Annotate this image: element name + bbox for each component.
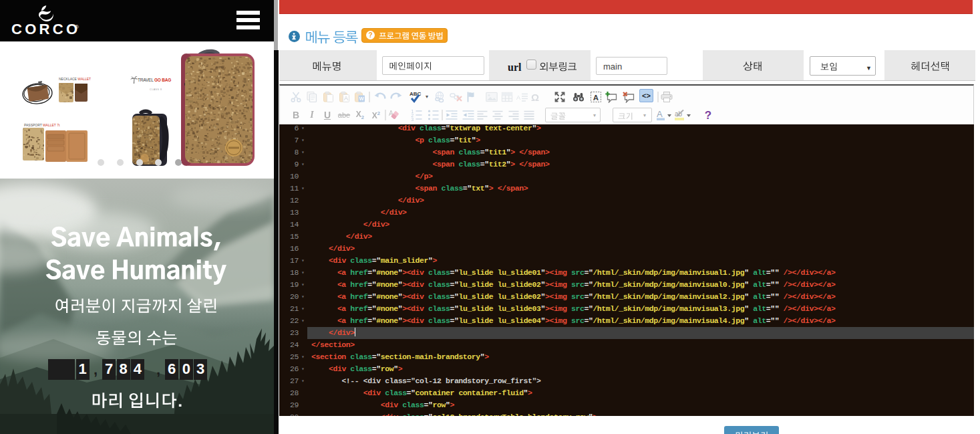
svg-text:A: A [657, 109, 663, 119]
svg-text:ABC: ABC [410, 91, 422, 97]
svg-text:A: A [593, 94, 599, 102]
svg-text:A: A [344, 95, 348, 102]
svg-text:3: 3 [412, 117, 414, 121]
svg-text:W: W [359, 96, 365, 102]
svg-text:A: A [516, 94, 520, 101]
